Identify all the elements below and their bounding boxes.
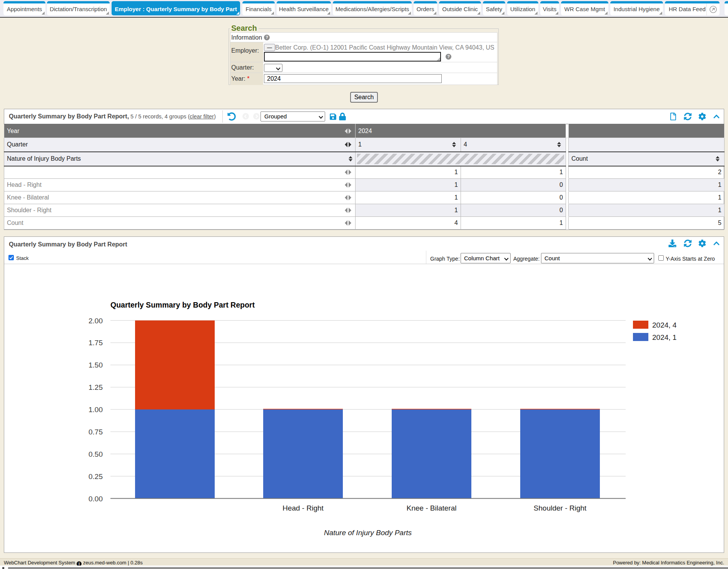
svg-text:1.25: 1.25 — [88, 383, 103, 391]
svg-text:0.00: 0.00 — [88, 495, 103, 503]
svg-text:2024, 1: 2024, 1 — [652, 333, 676, 341]
svg-text:0.75: 0.75 — [88, 428, 103, 436]
svg-text:2.00: 2.00 — [88, 317, 103, 325]
svg-text:Nature of Injury Body Parts: Nature of Injury Body Parts — [324, 529, 412, 537]
svg-text:1.50: 1.50 — [88, 361, 103, 369]
svg-text:Knee - Bilateral: Knee - Bilateral — [407, 504, 457, 512]
svg-text:Quarterly Summary by Body Part: Quarterly Summary by Body Part Report — [110, 301, 255, 309]
svg-text:0.50: 0.50 — [88, 450, 103, 458]
svg-text:Head - Right: Head - Right — [282, 504, 324, 512]
svg-text:1.00: 1.00 — [88, 406, 103, 414]
svg-text:1.75: 1.75 — [88, 339, 103, 347]
svg-text:Shoulder - Right: Shoulder - Right — [534, 504, 587, 512]
svg-text:2024, 4: 2024, 4 — [652, 321, 677, 329]
svg-text:0.25: 0.25 — [88, 473, 103, 481]
